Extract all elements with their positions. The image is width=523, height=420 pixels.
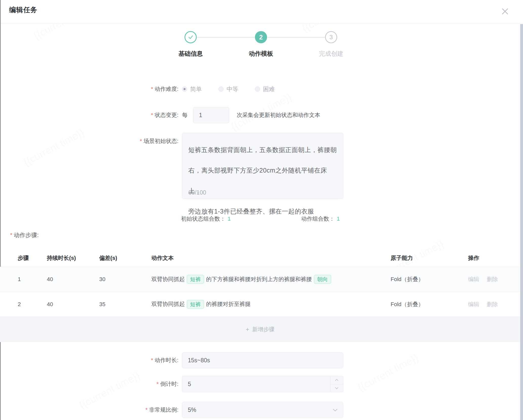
cell-ops: 编辑 删除 <box>468 276 506 283</box>
char-counter: 69/100 <box>188 189 206 196</box>
initial-state-textarea[interactable]: 短裤五条数据背面朝上，五条数据正面朝上，裤腰朝 右，离头部视野下方至少20cm之… <box>182 133 343 199</box>
combos-row: 初始状态组合数： 1 动作组合数： 1 <box>0 214 523 224</box>
edit-link[interactable]: 编辑 <box>468 276 479 283</box>
unusual-ratio-label: *非常规比例: <box>0 406 178 414</box>
duration-value: 15s~80s <box>188 357 210 364</box>
step-label-basic-info: 基础信息 <box>163 50 218 58</box>
state-change-row: *状态变更: 每 1 次采集会更新初始状态和动作文本 <box>0 107 523 123</box>
chevron-down-icon <box>332 408 338 412</box>
state-change-input[interactable]: 1 <box>193 107 229 123</box>
difficulty-row: *动作难度: 简单 中等 困难 <box>0 82 523 96</box>
initial-combos-value: 1 <box>228 216 231 222</box>
required-asterisk: * <box>156 381 159 387</box>
initial-state-row: *场景初始状态: 短裤五条数据背面朝上，五条数据正面朝上，裤腰朝 右，离头部视野… <box>0 133 523 199</box>
col-header-ability: 原子能力 <box>391 254 413 262</box>
step-label-action-template: 动作模板 <box>233 50 289 58</box>
cell-ability: Fold（折叠） <box>391 276 424 283</box>
dialog-title: 编辑任务 <box>9 5 37 14</box>
close-button[interactable] <box>500 7 510 16</box>
initial-state-label: *场景初始状态: <box>0 137 178 145</box>
cell-action-text: 双臂协同抓起 短裤 的下方裤腿和裤腰对折到上方的裤腿和裤腰 朝向 <box>151 275 384 284</box>
cell-deviation: 30 <box>99 276 105 283</box>
cell-duration: 40 <box>47 276 53 283</box>
action-combos-label: 动作组合数： <box>301 215 335 223</box>
edit-link[interactable]: 编辑 <box>468 301 479 308</box>
radio-easy[interactable]: 简单 <box>182 85 202 93</box>
object-tag: 短裤 <box>187 275 204 284</box>
col-header-ops: 操作 <box>468 254 479 262</box>
dialog-header: 编辑任务 <box>1 0 523 24</box>
required-asterisk: * <box>151 86 153 92</box>
step-connector <box>197 37 255 38</box>
col-header-step: 步骤 <box>18 254 29 262</box>
step-label-complete: 完成创建 <box>303 50 359 58</box>
add-step-label: 新增步骤 <box>252 326 275 333</box>
plus-icon: + <box>246 326 249 333</box>
col-header-text: 动作文本 <box>151 254 384 262</box>
required-asterisk: * <box>10 232 12 238</box>
number-stepper <box>330 376 343 392</box>
required-asterisk: * <box>151 112 153 118</box>
radio-circle-selected <box>182 87 187 92</box>
check-icon <box>187 34 194 41</box>
radio-medium[interactable]: 中等 <box>218 85 238 93</box>
col-header-duration: 持续时长(s) <box>47 254 76 262</box>
countdown-label: *倒计时: <box>0 380 178 388</box>
action-combos-value: 1 <box>337 216 340 222</box>
table-row: 2 40 35 双臂协同抓起 短裤 的裤腰对折至裤腿 Fold（折叠） 编辑 删… <box>0 292 520 317</box>
cell-ability: Fold（折叠） <box>391 301 424 308</box>
table-header-row: 步骤 持续时长(s) 偏差(s) 动作文本 原子能力 操作 <box>0 249 520 267</box>
radio-label: 中等 <box>227 85 238 93</box>
col-header-deviation: 偏差(s) <box>99 254 117 262</box>
countdown-input[interactable]: 5 <box>182 376 343 392</box>
initial-state-text: 短裤五条数据背面朝上，五条数据正面朝上，裤腰朝 右，离头部视野下方至少20cm之… <box>188 140 337 222</box>
radio-label: 简单 <box>190 85 202 93</box>
state-change-label: *状态变更: <box>0 111 178 119</box>
difficulty-label: *动作难度: <box>0 85 178 93</box>
initial-combos-label: 初始状态组合数： <box>181 215 226 223</box>
state-change-value: 1 <box>199 112 202 119</box>
duration-input[interactable]: 15s~80s <box>182 352 343 368</box>
state-change-prefix: 每 <box>182 111 188 119</box>
step-circle-2: 2 <box>255 31 267 43</box>
unusual-ratio-select[interactable]: 5% <box>182 402 343 418</box>
state-change-suffix: 次采集会更新初始状态和动作文本 <box>237 111 320 119</box>
radio-circle <box>255 87 260 92</box>
chevron-up-icon <box>335 379 339 381</box>
duration-row: *动作时长: 15s~80s <box>0 352 523 368</box>
table-row: 1 40 30 双臂协同抓起 短裤 的下方裤腿和裤腰对折到上方的裤腿和裤腰 朝向… <box>0 267 520 292</box>
required-asterisk: * <box>140 138 142 144</box>
cell-action-text: 双臂协同抓起 短裤 的裤腰对折至裤腿 <box>151 300 384 309</box>
countdown-row: *倒计时: 5 <box>0 376 523 392</box>
orientation-tag: 朝向 <box>314 275 331 284</box>
duration-label: *动作时长: <box>0 356 178 364</box>
required-asterisk: * <box>145 407 148 413</box>
edit-task-dialog: {{current time}} {{current time}} {{curr… <box>0 0 523 420</box>
unusual-ratio-value: 5% <box>188 407 196 413</box>
radio-hard[interactable]: 困难 <box>255 85 275 93</box>
object-tag: 短裤 <box>187 300 204 309</box>
cell-step: 2 <box>18 301 21 308</box>
cell-deviation: 35 <box>99 301 105 308</box>
step-number: 2 <box>259 34 263 41</box>
countdown-value: 5 <box>188 381 191 388</box>
action-steps-section-label: * 动作步骤: <box>10 230 39 240</box>
radio-circle <box>218 87 224 92</box>
radio-label: 困难 <box>263 85 275 93</box>
stepper-up-button[interactable] <box>330 376 343 384</box>
unusual-ratio-row: *非常规比例: 5% <box>0 402 523 418</box>
chevron-down-icon <box>335 387 339 389</box>
cell-duration: 40 <box>47 301 53 308</box>
required-asterisk: * <box>151 357 153 363</box>
step-number: 3 <box>329 34 333 41</box>
step-circle-3: 3 <box>325 31 337 43</box>
cell-step: 1 <box>18 276 21 283</box>
delete-link[interactable]: 删除 <box>487 301 498 308</box>
delete-link[interactable]: 删除 <box>487 276 498 283</box>
stepper-down-button[interactable] <box>330 384 343 392</box>
close-icon <box>501 7 509 16</box>
step-circle-1 <box>185 31 197 43</box>
add-step-button[interactable]: + 新增步骤 <box>0 317 520 342</box>
cell-ops: 编辑 删除 <box>468 301 506 308</box>
step-connector <box>268 37 325 38</box>
